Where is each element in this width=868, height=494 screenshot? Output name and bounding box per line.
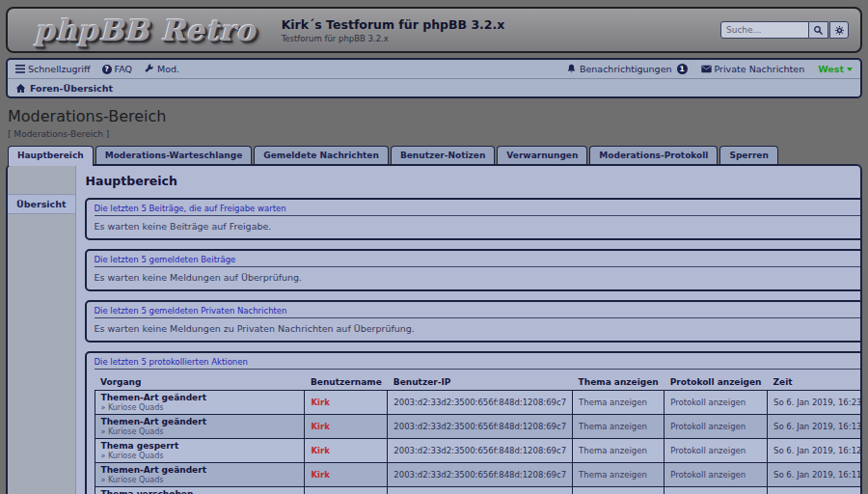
section-logged-actions-title-link[interactable]: Die letzten 5 protokollierten Aktionen <box>95 356 863 370</box>
tab-sperren[interactable]: Sperren <box>719 146 777 164</box>
tab-verwarnungen[interactable]: Verwarnungen <box>497 146 587 164</box>
view-topic-link[interactable]: Thema anzeigen <box>579 446 647 455</box>
col-protokoll-anzeigen: Protokoll anzeigen <box>665 374 768 391</box>
section-approval-queue: Die letzten 5 Beiträge, die auf Freigabe… <box>85 198 863 240</box>
notification-count-badge: 1 <box>677 64 688 74</box>
view-log-link[interactable]: Protokoll anzeigen <box>670 398 746 407</box>
tab-moderations-warteschlange[interactable]: Moderations-Warteschlange <box>95 146 253 164</box>
faq-link[interactable]: ? FAQ <box>102 64 132 74</box>
log-table-header-row: Vorgang Benutzername Benutzer-IP Thema a… <box>95 374 862 391</box>
search-advanced-button[interactable] <box>829 21 849 39</box>
section-reported-pms-title-link[interactable]: Die letzten 5 gemeldeten Privaten Nachri… <box>95 305 863 318</box>
breadcrumb-forum-index[interactable]: Foren-Übersicht <box>15 83 113 94</box>
section-reported-posts-title-link[interactable]: Die letzten 5 gemeldeten Beiträge <box>95 254 863 267</box>
view-topic-link[interactable]: Thema anzeigen <box>579 422 647 431</box>
section-reported-pms: Die letzten 5 gemeldeten Privaten Nachri… <box>85 300 863 343</box>
tab-hauptbereich[interactable]: Hauptbereich <box>8 146 94 166</box>
username-label: West <box>818 64 844 74</box>
log-time: So 6. Jan 2019, 16:13 <box>773 422 861 431</box>
sidebar-item-uebersicht[interactable]: Übersicht <box>8 194 75 214</box>
section-reported-posts: Die letzten 5 gemeldeten Beiträge Es war… <box>85 249 863 291</box>
quick-links-label: Schnellzugriff <box>28 64 91 74</box>
section-approval-title-link[interactable]: Die letzten 5 Beiträge, die auf Freigabe… <box>95 203 863 216</box>
site-header: phpBB Retro Kirk´s Testforum für phpBB 3… <box>6 7 862 53</box>
page-head: Moderations-Bereich [ Moderations-Bereic… <box>8 107 860 139</box>
table-row: Themen-Art geändert» Kuriose Quads Kirk … <box>95 415 862 439</box>
log-action: Thema verschoben <box>101 489 299 494</box>
envelope-icon <box>701 65 712 73</box>
user-ip[interactable]: 2003:d2:33d2:3500:656f:848d:1208:69c7 <box>393 398 566 407</box>
log-target: » Kuriose Quads <box>101 427 299 436</box>
site-title[interactable]: Kirk´s Testforum für phpBB 3.2.x <box>282 17 505 32</box>
username-link[interactable]: Kirk <box>311 398 329 407</box>
search-icon <box>813 25 824 36</box>
user-ip[interactable]: 2003:d2:33d2:3500:656f:848d:1208:69c7 <box>393 470 566 480</box>
log-action: Themen-Art geändert <box>101 465 299 475</box>
tab-benutzer-notizen[interactable]: Benutzer-Notizen <box>391 146 495 164</box>
username-link[interactable]: Kirk <box>311 422 329 431</box>
view-log-link[interactable]: Protokoll anzeigen <box>670 470 746 480</box>
tab-gemeldete-nachrichten[interactable]: Gemeldete Nachrichten <box>254 146 389 164</box>
tab-moderations-protokoll[interactable]: Moderations-Protokoll <box>589 146 718 164</box>
section-approval-body: Es warten keine Beiträge auf Freigabe. <box>95 216 863 233</box>
section-reported-posts-body: Es warten keine Meldungen auf Überprüfun… <box>95 267 863 285</box>
faq-label: FAQ <box>115 64 132 74</box>
search-submit-button[interactable] <box>809 21 828 39</box>
content-heading: Hauptbereich <box>86 174 863 188</box>
log-action: Themen-Art geändert <box>101 393 299 402</box>
table-row: Thema verschoben» von Alles, was nirgend… <box>95 487 862 494</box>
view-log-link[interactable]: Protokoll anzeigen <box>670 422 746 431</box>
log-action: Thema gesperrt <box>101 441 299 451</box>
page-root: phpBB Retro Kirk´s Testforum für phpBB 3… <box>0 0 868 494</box>
mod-label: Mod. <box>157 64 179 74</box>
section-logged-actions: Die letzten 5 protokollierten Aktionen V… <box>85 351 863 494</box>
search-bar <box>720 21 849 39</box>
private-messages-label: Private Nachrichten <box>715 64 805 74</box>
user-ip[interactable]: 2003:d2:33d2:3500:656f:848d:1208:69c7 <box>393 422 566 431</box>
page-title: Moderations-Bereich <box>8 107 860 125</box>
bell-icon <box>566 64 577 74</box>
mcp-panel: Übersicht Hauptbereich Die letzten 5 Bei… <box>6 164 862 494</box>
section-reported-pms-body: Es warten keine Meldungen zu Privaten Na… <box>95 318 863 336</box>
user-menu[interactable]: West <box>818 64 853 74</box>
notifications-label: Benachrichtigungen <box>580 64 672 74</box>
mcp-tabs: Hauptbereich Moderations-Warteschlange G… <box>8 146 862 164</box>
col-thema-anzeigen: Thema anzeigen <box>573 374 665 391</box>
notifications-link[interactable]: Benachrichtigungen 1 <box>566 64 688 74</box>
log-target: » Kuriose Quads <box>101 403 299 412</box>
table-row: Thema gesperrt» Kuriose Quads Kirk 2003:… <box>95 439 862 463</box>
mcp-content: Hauptbereich Die letzten 5 Beiträge, die… <box>76 166 863 494</box>
log-time: So 6. Jan 2019, 16:23 <box>773 398 861 407</box>
question-icon: ? <box>102 65 112 74</box>
col-vorgang: Vorgang <box>95 374 305 391</box>
username-link[interactable]: Kirk <box>311 446 329 455</box>
site-logo[interactable]: phpBB Retro <box>35 14 257 47</box>
mcp-breadcrumb-link[interactable]: [ Moderations-Bereich ] <box>8 129 860 139</box>
site-titles: Kirk´s Testforum für phpBB 3.2.x Testfor… <box>282 17 505 43</box>
breadcrumb-label: Foren-Übersicht <box>30 83 113 94</box>
private-messages-link[interactable]: Private Nachrichten <box>701 64 805 74</box>
view-topic-link[interactable]: Thema anzeigen <box>579 470 647 480</box>
table-row: Themen-Art geändert» Kuriose Quads Kirk … <box>95 463 862 487</box>
log-action: Themen-Art geändert <box>101 417 299 426</box>
search-input[interactable] <box>720 21 809 39</box>
navigation-box: Schnellzugriff ? FAQ Mod. <box>6 58 862 98</box>
quick-links-menu[interactable]: Schnellzugriff <box>15 64 91 74</box>
mcp-sidebar: Übersicht <box>8 166 76 494</box>
table-row: Themen-Art geändert» Kuriose Quads Kirk … <box>95 391 862 415</box>
view-log-link[interactable]: Protokoll anzeigen <box>670 446 746 455</box>
navbar-left: Schnellzugriff ? FAQ Mod. <box>15 64 187 74</box>
log-time: So 6. Jan 2019, 16:12 <box>773 446 861 455</box>
wrench-icon <box>144 64 154 74</box>
log-time: So 6. Jan 2019, 16:11 <box>773 470 861 480</box>
view-topic-link[interactable]: Thema anzeigen <box>579 398 647 407</box>
breadcrumb-bar: Foren-Übersicht <box>8 78 860 96</box>
gear-icon <box>834 25 845 36</box>
main-navbar: Schnellzugriff ? FAQ Mod. <box>8 60 860 78</box>
col-benutzer-ip: Benutzer-IP <box>388 374 573 391</box>
site-description: Testforum für phpBB 3.2.x <box>282 34 505 43</box>
username-link[interactable]: Kirk <box>311 470 329 480</box>
col-benutzername: Benutzername <box>305 374 388 391</box>
mod-link[interactable]: Mod. <box>144 64 179 74</box>
user-ip[interactable]: 2003:d2:33d2:3500:656f:848d:1208:69c7 <box>393 446 566 455</box>
